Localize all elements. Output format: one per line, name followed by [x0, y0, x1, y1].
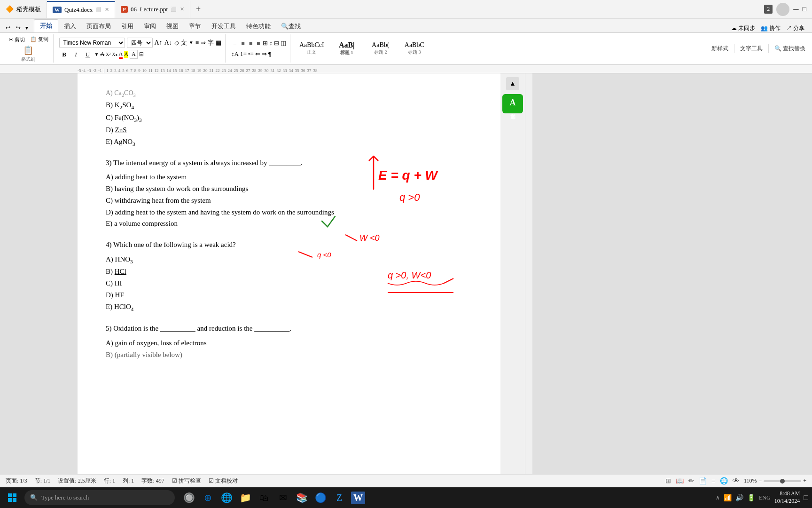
copy-btn[interactable]: 📋 复制	[28, 35, 50, 45]
font-color-btn[interactable]: A	[119, 50, 123, 59]
battery-icon[interactable]: 🔋	[747, 494, 755, 502]
notification-btn[interactable]: □	[804, 493, 808, 502]
zoom-out-btn[interactable]: −	[758, 477, 762, 484]
style-heading3[interactable]: AaBbC 标题 3	[398, 39, 431, 58]
text-tools-right-btn[interactable]: 文字工具	[737, 44, 765, 54]
edit-btn[interactable]: ✏	[688, 477, 694, 485]
focus-btn[interactable]: 👁	[733, 477, 739, 485]
taskbar-folder-icon[interactable]: 📁	[237, 489, 254, 506]
web-view-btn[interactable]: 🌐	[720, 477, 728, 485]
page-view-btn[interactable]: ⊞	[665, 477, 671, 485]
bold-btn[interactable]: B	[59, 49, 70, 60]
ribbon-tab-view[interactable]: 视图	[162, 20, 183, 32]
italic-btn[interactable]: I	[71, 49, 81, 60]
align-right-btn[interactable]: ≡	[248, 40, 254, 49]
text-border-btn[interactable]: A	[130, 50, 138, 59]
zoom-slider[interactable]	[764, 480, 801, 482]
highlight-btn[interactable]: A	[124, 51, 128, 58]
ribbon-tab-insert[interactable]: 插入	[59, 20, 81, 32]
text-box-btn[interactable]: ⊟	[139, 51, 144, 58]
new-style-btn[interactable]: 新样式	[709, 44, 731, 54]
taskbar-explorer-icon[interactable]: 🔘	[180, 489, 197, 506]
window-maximize-btn[interactable]: □	[803, 6, 806, 13]
time-display[interactable]: 8:48 AM 10/14/2024	[774, 490, 800, 505]
taskbar-word-icon[interactable]: W	[350, 489, 367, 506]
indent-less-btn[interactable]: ⇐	[255, 50, 260, 58]
style-heading1[interactable]: AaB| 标题 1	[330, 39, 363, 58]
redo-btn[interactable]: ↪	[14, 24, 23, 32]
document-page[interactable]: A) Ca2CO3 B) K2SO4 C) Fe(NO3)3 D) ZnS E)…	[78, 73, 500, 474]
network-icon[interactable]: 📶	[724, 494, 732, 502]
spell-check-btn[interactable]: ☑ 拼写检查	[172, 477, 201, 485]
indent-btn[interactable]: ⇒	[201, 39, 206, 47]
scrollbar[interactable]	[525, 73, 532, 474]
ribbon-tab-dev[interactable]: 开发工具	[207, 20, 241, 32]
font-selector[interactable]: Times New Roman	[59, 38, 125, 48]
clear-format-btn[interactable]: ◇	[174, 39, 179, 47]
translate-btn[interactable]: A 全文翻译	[502, 94, 523, 113]
indent-more-btn[interactable]: ⇒	[262, 50, 267, 58]
cut-btn[interactable]: ✂ 剪切	[7, 35, 27, 45]
taskbar-chrome-icon[interactable]: 🔵	[312, 489, 329, 506]
size-selector[interactable]: 四号	[127, 38, 153, 48]
window-minimize-btn[interactable]: ─	[793, 5, 798, 14]
ribbon-tab-review[interactable]: 审阅	[139, 20, 161, 32]
font-grow-btn[interactable]: A↑	[155, 39, 163, 47]
unsync-btn[interactable]: ☁ 未同步	[731, 24, 755, 32]
style-normal[interactable]: AaBbCcI 正文	[294, 39, 329, 58]
shading-btn[interactable]: ◫	[281, 40, 286, 49]
subscript-btn[interactable]: X₂	[112, 52, 117, 57]
superscript-btn[interactable]: X²	[106, 52, 110, 57]
scroll-up-btn[interactable]: ▲	[506, 77, 519, 90]
line-spacing-btn[interactable]: ↕	[269, 40, 273, 49]
col-layout-btn[interactable]: ⊞	[263, 40, 268, 49]
taskbar-kindle-icon[interactable]: 📚	[293, 489, 310, 506]
sort-btn[interactable]: ↕A	[231, 50, 239, 58]
taskbar-zoom-icon[interactable]: Z	[331, 489, 348, 506]
taskbar-edge-icon[interactable]: ⊕	[199, 489, 216, 506]
doc-check-btn[interactable]: ☑ 文档校对	[209, 477, 238, 485]
ribbon-tab-home[interactable]: 开始	[34, 19, 58, 32]
taskbar-search-bar[interactable]: 🔍 Type here to search	[24, 490, 175, 505]
borders-btn[interactable]: ⊟	[274, 40, 279, 49]
user-avatar[interactable]	[776, 3, 789, 16]
text-tools-btn[interactable]: ▦	[216, 39, 221, 47]
font-color-dropdown[interactable]: ▼	[94, 52, 99, 57]
underline-btn[interactable]: U	[83, 49, 93, 60]
zoom-in-btn[interactable]: +	[803, 477, 806, 484]
volume-icon[interactable]: 🔊	[735, 494, 743, 502]
ribbon-tab-search[interactable]: 🔍查找	[276, 20, 305, 32]
phonetic-btn[interactable]: 文	[181, 39, 187, 47]
expand-btn[interactable]: ▼	[24, 25, 29, 31]
share-btn[interactable]: ↗ 分享	[786, 24, 804, 32]
tab-lecture-minimize[interactable]: ⬜	[171, 7, 176, 12]
taskbar-mail-icon[interactable]: ✉	[274, 489, 291, 506]
new-tab-btn[interactable]: +	[190, 4, 206, 14]
text-size-btn[interactable]: 字	[208, 39, 214, 47]
font-group-expand[interactable]: ▼	[189, 40, 194, 45]
tab-minimize-icon[interactable]: ⬜	[95, 7, 101, 12]
ribbon-tab-chapter[interactable]: 章节	[184, 20, 206, 32]
find-replace-btn[interactable]: 🔍 查找替换	[772, 44, 808, 54]
tab-lecture-close[interactable]: ✕	[180, 6, 184, 12]
doc-view-btn[interactable]: 📄	[699, 477, 707, 485]
tab-quiz4-close[interactable]: ✕	[105, 7, 109, 13]
taskbar-store-icon[interactable]: 🛍	[256, 489, 273, 506]
taskbar-edge2-icon[interactable]: 🌐	[218, 489, 235, 506]
zoom-slider-thumb[interactable]	[780, 479, 785, 484]
numbering-btn[interactable]: 1≡	[240, 50, 247, 58]
paste-icon[interactable]: 📋	[23, 46, 33, 55]
ribbon-tab-ref[interactable]: 引用	[117, 20, 138, 32]
tab-lecture[interactable]: P 06_Lecture.ppt ⬜ ✕	[115, 1, 190, 18]
align-center-btn[interactable]: ≡	[240, 40, 246, 49]
ribbon-tab-layout[interactable]: 页面布局	[82, 20, 116, 32]
show-marks-btn[interactable]: ¶	[268, 50, 271, 58]
align-left-btn[interactable]: ≡	[231, 40, 238, 49]
taskbar-chevron-icon[interactable]: ∧	[716, 494, 720, 501]
read-view-btn[interactable]: 📖	[676, 477, 684, 485]
tab-quiz4[interactable]: W Quiz4.docx ⬜ ✕	[47, 1, 115, 18]
ribbon-tab-special[interactable]: 特色功能	[242, 20, 275, 32]
tab-wps-home[interactable]: 🔶 稻壳模板	[0, 1, 47, 18]
collab-btn[interactable]: 👥 协作	[761, 24, 781, 32]
list-btn[interactable]: ≡	[195, 39, 199, 47]
